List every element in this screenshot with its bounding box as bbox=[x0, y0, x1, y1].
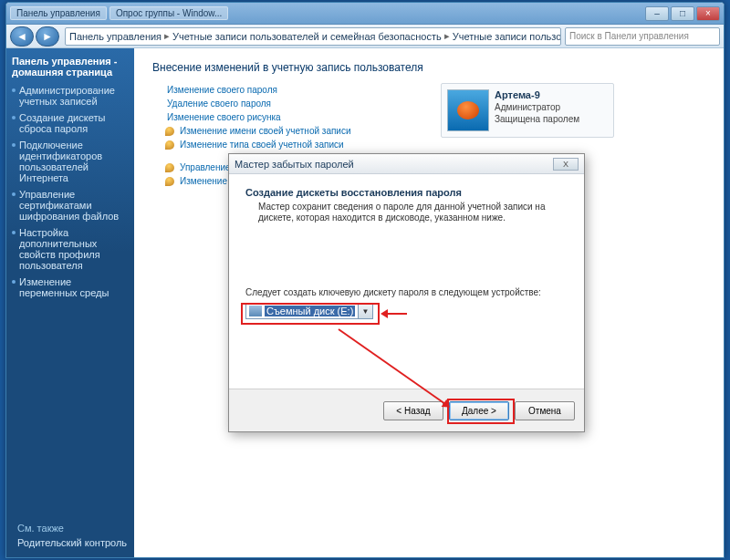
wizard-dialog: Мастер забытых паролей X Создание дискет… bbox=[228, 153, 585, 432]
address-bar: ◄ ► Панель управления▸ Учетные записи по… bbox=[6, 25, 724, 48]
title-tab-2[interactable]: Опрос группы - Window... bbox=[110, 6, 228, 20]
breadcrumb-seg[interactable]: Учетные записи пользователей bbox=[453, 31, 561, 42]
dialog-footer: < Назад Далее > Отмена bbox=[229, 389, 584, 431]
drive-icon bbox=[249, 306, 262, 316]
dialog-description: Мастер сохранит сведения о пароле для да… bbox=[258, 202, 568, 223]
combo-selected: Съемный диск (E:) bbox=[265, 306, 355, 316]
sidebar-home[interactable]: Панель управления - домашняя страница bbox=[12, 56, 129, 78]
parental-control-link[interactable]: Родительский контроль bbox=[17, 537, 127, 548]
minimize-button[interactable]: – bbox=[645, 6, 669, 21]
cancel-button[interactable]: Отмена bbox=[515, 401, 575, 420]
sidebar: Панель управления - домашняя страница Ад… bbox=[6, 48, 134, 557]
sidebar-item[interactable]: Администрирование учетных записей bbox=[12, 85, 129, 107]
page-title: Внесение изменений в учетную запись поль… bbox=[152, 61, 705, 74]
maximize-button[interactable]: □ bbox=[671, 6, 694, 21]
search-input[interactable]: Поиск в Панели управления bbox=[565, 27, 720, 46]
task-link[interactable]: Изменение своего рисунка bbox=[167, 112, 705, 122]
nav-forward-button[interactable]: ► bbox=[36, 26, 59, 47]
dialog-close-button[interactable]: X bbox=[553, 158, 579, 171]
sidebar-item[interactable]: Подключение идентификаторов пользователе… bbox=[12, 140, 129, 183]
dialog-title: Мастер забытых паролей bbox=[235, 159, 354, 170]
nav-back-button[interactable]: ◄ bbox=[10, 26, 34, 47]
user-role: Администратор bbox=[495, 101, 579, 113]
chevron-down-icon[interactable]: ▼ bbox=[358, 304, 372, 318]
sidebar-item[interactable]: Изменение переменных среды bbox=[12, 276, 129, 298]
user-name: Артема-9 bbox=[495, 89, 579, 101]
sidebar-item[interactable]: Управление сертификатами шифрования файл… bbox=[12, 189, 129, 222]
back-button[interactable]: < Назад bbox=[383, 401, 443, 420]
title-tab-1[interactable]: Панель управления bbox=[10, 6, 107, 20]
task-link-shield[interactable]: Изменение имени своей учетной записи bbox=[167, 126, 705, 136]
close-button[interactable]: × bbox=[696, 6, 720, 21]
drive-combobox[interactable]: Съемный диск (E:) ▼ bbox=[245, 303, 373, 319]
task-link-shield[interactable]: Изменение типа своей учетной записи bbox=[167, 140, 705, 150]
dialog-titlebar: Мастер забытых паролей X bbox=[229, 154, 584, 174]
breadcrumb-seg[interactable]: Панель управления bbox=[69, 31, 162, 42]
task-link[interactable]: Изменение своего пароля bbox=[167, 85, 705, 95]
sidebar-item[interactable]: Создание дискеты сброса пароля bbox=[12, 112, 129, 134]
user-card: Артема-9 Администратор Защищена паролем bbox=[441, 83, 614, 138]
task-link[interactable]: Удаление своего пароля bbox=[167, 99, 705, 109]
user-protected: Защищена паролем bbox=[495, 113, 579, 125]
breadcrumb-seg[interactable]: Учетные записи пользователей и семейная … bbox=[172, 31, 442, 42]
window-titlebar: Панель управления Опрос группы - Window.… bbox=[6, 3, 724, 25]
combo-label: Следует создать ключевую дискету пароля … bbox=[245, 287, 568, 297]
avatar bbox=[447, 89, 489, 131]
sidebar-item[interactable]: Настройка дополнительных свойств профиля… bbox=[12, 227, 129, 271]
next-button[interactable]: Далее > bbox=[449, 401, 509, 420]
see-also-label: См. также bbox=[17, 523, 64, 534]
breadcrumb[interactable]: Панель управления▸ Учетные записи пользо… bbox=[65, 27, 561, 46]
dialog-heading: Создание дискеты восстановления пароля bbox=[245, 187, 568, 198]
